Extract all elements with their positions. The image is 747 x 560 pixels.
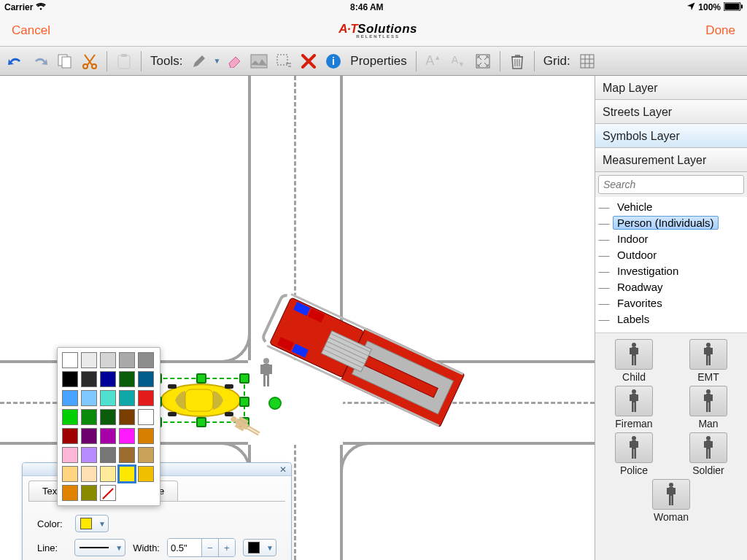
color-swatch[interactable] — [62, 485, 78, 501]
image-tool[interactable] — [248, 50, 270, 72]
properties-label[interactable]: Properties — [347, 54, 409, 69]
color-swatch[interactable] — [81, 390, 97, 406]
color-swatch[interactable] — [62, 409, 78, 425]
color-swatch[interactable] — [138, 466, 154, 482]
drawing-canvas[interactable]: ✕ Text Size Color: ▼ Line: ▼ Width: − — [0, 76, 595, 560]
color-swatch[interactable] — [138, 447, 154, 463]
symbol-child[interactable]: Child — [603, 339, 665, 383]
symbol-soldier[interactable]: Soldier — [678, 432, 739, 476]
color-swatch[interactable] — [119, 428, 135, 444]
color-swatch[interactable] — [100, 428, 116, 444]
color-swatch[interactable] — [81, 485, 97, 501]
color-swatch[interactable] — [138, 390, 154, 406]
color-swatch[interactable] — [100, 390, 116, 406]
svg-point-42 — [632, 343, 636, 347]
color-swatch[interactable] — [100, 409, 116, 425]
color-swatch[interactable] — [138, 371, 154, 387]
color-swatch[interactable] — [100, 447, 116, 463]
trash-button[interactable] — [506, 50, 528, 72]
line-style-dropdown[interactable]: ▼ — [74, 539, 125, 556]
color-swatch[interactable] — [100, 352, 116, 368]
fullscreen-button[interactable] — [472, 50, 494, 72]
resize-handle[interactable] — [239, 373, 249, 384]
color-swatch[interactable] — [100, 466, 116, 482]
firetruck-symbol[interactable] — [248, 284, 481, 444]
tree-item[interactable]: —Vehicle — [595, 198, 747, 214]
color-swatch[interactable] — [119, 371, 135, 387]
symbol-emt[interactable]: EMT — [678, 339, 739, 383]
svg-rect-65 — [709, 402, 711, 412]
person-standing-symbol[interactable] — [258, 357, 274, 388]
color-swatch[interactable] — [81, 352, 97, 368]
battery-icon — [724, 2, 743, 13]
color-swatch[interactable] — [81, 428, 97, 444]
rotate-handle[interactable] — [268, 397, 282, 410]
layer-row[interactable]: Streets Layer — [595, 100, 747, 124]
color-swatch[interactable] — [119, 447, 135, 463]
color-swatch[interactable] — [62, 352, 78, 368]
undo-button[interactable] — [4, 50, 26, 72]
eraser-tool[interactable] — [223, 50, 245, 72]
no-color-swatch[interactable] — [100, 485, 116, 501]
cut-button[interactable] — [79, 50, 101, 72]
svg-rect-33 — [269, 365, 272, 374]
pencil-dropdown-icon[interactable]: ▼ — [213, 57, 220, 65]
font-increase-button[interactable]: A▲ — [422, 50, 444, 72]
tree-item[interactable]: —Investigation — [595, 262, 747, 279]
delete-tool[interactable] — [298, 50, 320, 72]
color-swatch[interactable] — [138, 409, 154, 425]
color-swatch[interactable] — [138, 352, 154, 368]
pencil-tool[interactable] — [188, 50, 210, 72]
symbol-man[interactable]: Man — [678, 386, 739, 429]
resize-handle[interactable] — [239, 397, 249, 407]
grid-toggle[interactable] — [576, 50, 598, 72]
layer-row[interactable]: Measurement Layer — [595, 148, 747, 172]
color-swatch[interactable] — [119, 409, 135, 425]
svg-rect-70 — [632, 449, 634, 459]
tree-item[interactable]: —Roadway — [595, 279, 747, 295]
symbol-fireman[interactable]: Fireman — [603, 386, 665, 429]
width-increase[interactable]: + — [218, 539, 235, 556]
select-tool[interactable] — [273, 50, 295, 72]
tree-item[interactable]: —Outdoor — [595, 246, 747, 262]
resize-handle[interactable] — [196, 417, 206, 427]
width-stepper[interactable]: − + — [167, 538, 236, 557]
tree-item[interactable]: —Favorites — [595, 295, 747, 311]
color-swatch[interactable] — [62, 390, 78, 406]
color-swatch[interactable] — [119, 466, 135, 482]
copy-button[interactable] — [54, 50, 76, 72]
width-decrease[interactable]: − — [201, 539, 218, 556]
search-input[interactable] — [598, 175, 744, 194]
color-swatch[interactable] — [119, 352, 135, 368]
info-tool[interactable]: i — [322, 50, 344, 72]
close-icon[interactable]: ✕ — [279, 464, 287, 475]
cancel-button[interactable]: Cancel — [0, 23, 62, 38]
color-swatch[interactable] — [62, 371, 78, 387]
line-color-dropdown[interactable]: ▼ — [243, 539, 276, 556]
paste-button[interactable] — [113, 50, 135, 72]
layer-row[interactable]: Map Layer — [595, 76, 747, 100]
tree-item[interactable]: —Indoor — [595, 230, 747, 246]
color-swatch[interactable] — [62, 428, 78, 444]
color-swatch[interactable] — [81, 409, 97, 425]
resize-handle[interactable] — [196, 373, 206, 384]
done-button[interactable]: Done — [694, 23, 747, 38]
color-swatch[interactable] — [62, 466, 78, 482]
color-swatch[interactable] — [100, 371, 116, 387]
width-input[interactable] — [168, 539, 201, 556]
color-swatch[interactable] — [81, 447, 97, 463]
font-decrease-button[interactable]: A▼ — [447, 50, 469, 72]
redo-button[interactable] — [29, 50, 51, 72]
symbol-police[interactable]: Police — [603, 432, 665, 476]
color-swatch[interactable] — [81, 371, 97, 387]
svg-rect-63 — [711, 394, 713, 401]
symbol-woman[interactable]: Woman — [640, 479, 702, 523]
layer-row[interactable]: Symbols Layer — [595, 124, 747, 148]
color-swatch[interactable] — [62, 447, 78, 463]
color-dropdown[interactable]: ▼ — [75, 515, 109, 532]
color-swatch[interactable] — [81, 466, 97, 482]
color-swatch[interactable] — [119, 390, 135, 406]
tree-item[interactable]: —Person (Individuals) — [595, 214, 747, 230]
tree-item[interactable]: —Labels — [595, 311, 747, 327]
color-swatch[interactable] — [138, 428, 154, 444]
